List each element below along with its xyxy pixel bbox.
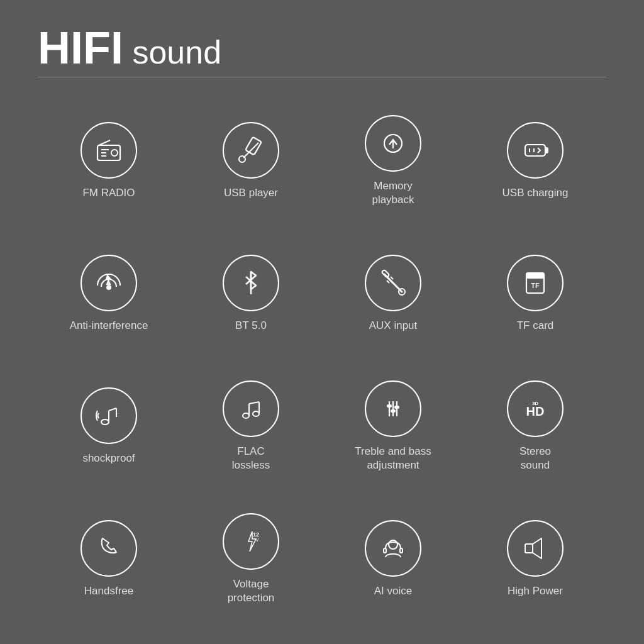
handsfree-icon-circle [80, 520, 137, 577]
header-divider [38, 77, 606, 77]
svg-rect-46 [384, 548, 386, 553]
anti-interference-icon-circle [80, 255, 137, 311]
bt50-icon-circle [223, 255, 279, 311]
shockproof-icon [92, 399, 125, 432]
svg-point-25 [101, 419, 109, 425]
usb-player-icon-circle [223, 122, 279, 179]
page-title: HIFI sound [38, 25, 606, 70]
feature-flac: FLAClossless [180, 360, 322, 493]
feature-memory-playback: Memoryplayback [322, 95, 464, 228]
svg-line-20 [387, 280, 389, 283]
high-power-label: High Power [508, 584, 563, 598]
aux-input-icon [377, 267, 409, 299]
flac-label: FLAClossless [232, 445, 270, 472]
voltage-icon-circle: 12 V [223, 513, 279, 570]
svg-text:HD: HD [526, 404, 545, 418]
svg-rect-6 [245, 137, 262, 155]
handsfree-icon [92, 532, 125, 565]
usb-charging-icon-circle [507, 122, 564, 179]
fm-radio-icon [92, 134, 125, 167]
feature-fm-radio: FM RADIO [38, 95, 180, 228]
ai-voice-icon [377, 532, 409, 565]
feature-aux-input: AUX input [322, 228, 464, 360]
tf-card-icon: TF [519, 267, 552, 299]
memory-playback-label: Memoryplayback [372, 179, 414, 207]
features-grid: FM RADIO USB player [38, 95, 606, 625]
feature-tf-card: TF TF card [464, 228, 606, 360]
ai-voice-label: AI voice [374, 584, 412, 598]
voltage-icon: 12 V [235, 525, 267, 558]
treble-bass-icon-circle [365, 380, 421, 437]
feature-bt50: BT 5.0 [180, 228, 322, 360]
handsfree-label: Handsfree [84, 584, 133, 598]
flac-icon [235, 392, 267, 425]
svg-line-21 [391, 277, 393, 279]
feature-shockproof: shockproof [38, 360, 180, 493]
feature-anti-interference: Anti-interference [38, 228, 180, 360]
stereo-sound-label: Stereosound [519, 445, 551, 472]
usb-player-label: USB player [224, 186, 278, 200]
bluetooth-icon [235, 267, 267, 299]
stereo-sound-icon-circle: 3D HD [507, 380, 564, 437]
feature-stereo-sound: 3D HD Stereosound [464, 360, 606, 493]
usb-charging-icon [519, 134, 552, 167]
svg-text:TF: TF [531, 282, 540, 289]
shockproof-icon-circle [80, 387, 137, 444]
svg-point-15 [107, 286, 111, 289]
tf-card-icon-circle: TF [507, 255, 564, 311]
memory-playback-icon [377, 127, 409, 160]
flac-icon-circle [223, 380, 279, 437]
feature-voltage: 12 V Voltageprotection [180, 492, 322, 625]
svg-rect-39 [395, 406, 399, 408]
svg-rect-11 [525, 145, 545, 156]
svg-rect-48 [525, 544, 533, 553]
header: HIFI sound [38, 25, 606, 90]
shockproof-label: shockproof [82, 452, 135, 465]
fm-radio-label: FM RADIO [82, 186, 135, 200]
anti-interference-icon [92, 267, 125, 299]
svg-point-30 [253, 411, 259, 416]
fm-radio-icon-circle [80, 122, 137, 179]
high-power-icon-circle [507, 520, 564, 577]
svg-line-27 [109, 408, 116, 411]
title-bold: HIFI [38, 23, 123, 73]
svg-text:V: V [255, 537, 259, 543]
svg-rect-19 [382, 270, 390, 278]
main-container: HIFI sound FM RADIO [0, 0, 644, 644]
svg-point-8 [239, 156, 245, 162]
anti-interference-label: Anti-interference [70, 319, 148, 333]
svg-rect-12 [545, 148, 548, 153]
ai-voice-icon-circle [365, 520, 421, 577]
svg-rect-47 [400, 548, 402, 553]
bt50-label: BT 5.0 [235, 319, 267, 333]
feature-treble-bass: Treble and bassadjustment [322, 360, 464, 493]
aux-input-label: AUX input [369, 319, 418, 333]
treble-bass-icon [377, 392, 409, 425]
aux-input-icon-circle [365, 255, 421, 311]
svg-rect-0 [97, 145, 120, 160]
treble-bass-label: Treble and bassadjustment [355, 445, 431, 472]
svg-point-29 [243, 413, 249, 418]
feature-ai-voice: AI voice [322, 492, 464, 625]
svg-line-33 [249, 402, 259, 404]
feature-usb-player: USB player [180, 95, 322, 228]
feature-usb-charging: USB charging [464, 95, 606, 228]
tf-card-label: TF card [517, 319, 554, 333]
title-normal: sound [123, 34, 221, 70]
svg-rect-37 [387, 405, 391, 407]
svg-point-2 [111, 150, 118, 156]
usb-charging-label: USB charging [502, 186, 569, 200]
voltage-label: Voltageprotection [228, 577, 275, 605]
feature-handsfree: Handsfree [38, 492, 180, 625]
memory-playback-icon-circle [365, 115, 421, 172]
feature-high-power: High Power [464, 492, 606, 625]
high-power-icon [519, 532, 552, 565]
stereo-sound-icon: 3D HD [519, 392, 552, 425]
svg-line-5 [99, 140, 110, 145]
svg-rect-38 [391, 410, 395, 412]
usb-player-icon [235, 134, 267, 167]
svg-rect-23 [526, 273, 544, 278]
